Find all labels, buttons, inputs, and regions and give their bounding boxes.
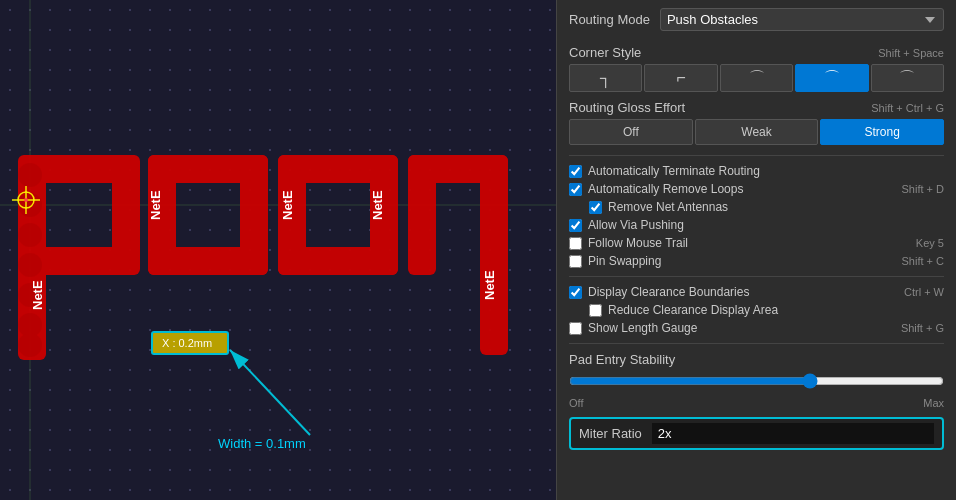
pcb-canvas[interactable]: X : 0.2mm Width = 0.1mm NetE NetE NetE N… xyxy=(0,0,556,500)
divider-3 xyxy=(569,343,944,344)
gloss-buttons: Off Weak Strong xyxy=(569,119,944,145)
svg-text:Width = 0.1mm: Width = 0.1mm xyxy=(218,436,306,451)
reduce-clearance-label: Reduce Clearance Display Area xyxy=(608,303,944,317)
svg-text:NetE: NetE xyxy=(280,190,295,220)
gloss-off-button[interactable]: Off xyxy=(569,119,693,145)
show-length-shortcut: Shift + G xyxy=(901,322,944,334)
pin-swapping-checkbox[interactable] xyxy=(569,255,582,268)
corner-btn-5[interactable]: ⌒ xyxy=(871,64,944,92)
gloss-effort-shortcut: Shift + Ctrl + G xyxy=(871,102,944,114)
routing-mode-label: Routing Mode xyxy=(569,12,650,27)
divider-2 xyxy=(569,276,944,277)
reduce-clearance-checkbox[interactable] xyxy=(589,304,602,317)
corner-btn-4[interactable]: ⌒ xyxy=(795,64,868,92)
auto-terminate-label: Automatically Terminate Routing xyxy=(588,164,944,178)
corner-style-label: Corner Style xyxy=(569,45,641,60)
svg-point-17 xyxy=(18,163,42,187)
auto-terminate-checkbox[interactable] xyxy=(569,165,582,178)
follow-mouse-shortcut: Key 5 xyxy=(916,237,944,249)
corner-style-shortcut: Shift + Space xyxy=(878,47,944,59)
auto-remove-loops-shortcut: Shift + D xyxy=(902,183,945,195)
follow-mouse-checkbox[interactable] xyxy=(569,237,582,250)
pin-swapping-label: Pin Swapping xyxy=(588,254,896,268)
display-clearance-label: Display Clearance Boundaries xyxy=(588,285,898,299)
routing-mode-select[interactable]: Push Obstacles Walkaround Obstacles Igno… xyxy=(660,8,944,31)
corner-btn-1[interactable]: ┐ xyxy=(569,64,642,92)
svg-text:NetE: NetE xyxy=(30,280,45,310)
miter-ratio-input[interactable] xyxy=(652,423,934,444)
slider-max-label: Max xyxy=(923,397,944,409)
svg-rect-13 xyxy=(278,247,398,275)
miter-ratio-label: Miter Ratio xyxy=(579,426,642,441)
svg-text:NetE: NetE xyxy=(482,270,497,300)
pad-entry-slider[interactable] xyxy=(569,373,944,389)
remove-antennas-label: Remove Net Antennas xyxy=(608,200,944,214)
auto-remove-loops-checkbox[interactable] xyxy=(569,183,582,196)
checkbox-auto-terminate: Automatically Terminate Routing xyxy=(569,164,944,178)
gloss-effort-header: Routing Gloss Effort Shift + Ctrl + G xyxy=(569,100,944,115)
divider-1 xyxy=(569,155,944,156)
auto-remove-loops-label: Automatically Remove Loops xyxy=(588,182,896,196)
svg-rect-16 xyxy=(480,155,508,355)
gloss-strong-button[interactable]: Strong xyxy=(820,119,944,145)
svg-text:NetE: NetE xyxy=(370,190,385,220)
allow-via-checkbox[interactable] xyxy=(569,219,582,232)
gloss-weak-button[interactable]: Weak xyxy=(695,119,819,145)
svg-line-27 xyxy=(230,350,310,435)
remove-antennas-checkbox[interactable] xyxy=(589,201,602,214)
corner-style-header: Corner Style Shift + Space xyxy=(569,45,944,60)
pad-entry-section: Pad Entry Stability Off Max xyxy=(569,352,944,409)
checkbox-show-length: Show Length Gauge Shift + G xyxy=(569,321,944,335)
show-length-checkbox[interactable] xyxy=(569,322,582,335)
checkbox-display-clearance: Display Clearance Boundaries Ctrl + W xyxy=(569,285,944,299)
follow-mouse-label: Follow Mouse Trail xyxy=(588,236,910,250)
svg-text:NetE: NetE xyxy=(148,190,163,220)
svg-point-18 xyxy=(18,193,42,217)
gloss-effort-label: Routing Gloss Effort xyxy=(569,100,685,115)
settings-panel: Routing Mode Push Obstacles Walkaround O… xyxy=(556,0,956,500)
checkbox-reduce-clearance: Reduce Clearance Display Area xyxy=(569,303,944,317)
svg-point-37 xyxy=(24,198,28,202)
svg-rect-9 xyxy=(148,247,268,275)
show-length-label: Show Length Gauge xyxy=(588,321,895,335)
pad-entry-label: Pad Entry Stability xyxy=(569,352,944,367)
display-clearance-shortcut: Ctrl + W xyxy=(904,286,944,298)
svg-point-23 xyxy=(18,333,42,357)
svg-point-19 xyxy=(18,223,42,247)
slider-labels: Off Max xyxy=(569,397,944,409)
allow-via-label: Allow Via Pushing xyxy=(588,218,944,232)
pad-entry-slider-wrapper xyxy=(569,373,944,393)
svg-text:X : 0.2mm: X : 0.2mm xyxy=(162,337,212,349)
display-clearance-checkbox[interactable] xyxy=(569,286,582,299)
corner-btn-3[interactable]: ⌒ xyxy=(720,64,793,92)
checkbox-follow-mouse: Follow Mouse Trail Key 5 xyxy=(569,236,944,250)
checkbox-remove-antennas: Remove Net Antennas xyxy=(569,200,944,214)
miter-ratio-row: Miter Ratio xyxy=(569,417,944,450)
routing-mode-row: Routing Mode Push Obstacles Walkaround O… xyxy=(569,8,944,31)
checkbox-allow-via: Allow Via Pushing xyxy=(569,218,944,232)
svg-point-20 xyxy=(18,253,42,277)
pin-swapping-shortcut: Shift + C xyxy=(902,255,945,267)
checkbox-auto-remove-loops: Automatically Remove Loops Shift + D xyxy=(569,182,944,196)
slider-min-label: Off xyxy=(569,397,583,409)
checkbox-pin-swapping: Pin Swapping Shift + C xyxy=(569,254,944,268)
corner-style-buttons: ┐ ⌐ ⌒ ⌒ ⌒ xyxy=(569,64,944,92)
corner-btn-2[interactable]: ⌐ xyxy=(644,64,717,92)
